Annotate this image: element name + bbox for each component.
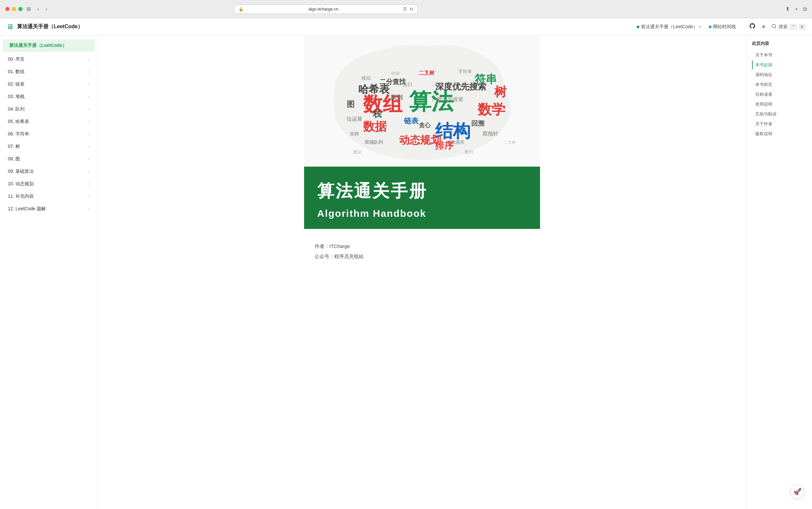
author-wechat: 公众号：程序员充电站 xyxy=(315,253,529,260)
sidebar-item-string[interactable]: 06. 字符串 › xyxy=(1,128,96,140)
address-bar: 🔒 algo.itcharge.cn ☰ ↻ xyxy=(234,5,418,14)
chevron-right-icon: › xyxy=(88,70,89,74)
toc-item-preface[interactable]: 本书前言 xyxy=(752,80,807,89)
book-title-cn: 算法通关手册 xyxy=(317,180,527,203)
nav-timeline-label: 网站时间线 xyxy=(713,24,736,30)
svg-text:回溯: 回溯 xyxy=(471,120,484,127)
search-button[interactable]: 搜索 ⌃ K xyxy=(771,24,806,30)
sidebar-item-supplement[interactable]: 11. 补充内容 › xyxy=(1,190,96,203)
app-bar: 🖥 算法通关手册（LeetCode） 算法通关手册（LeetCode） ▾ 网站… xyxy=(0,19,812,35)
svg-text:图: 图 xyxy=(347,100,355,108)
kbd-ctrl: ⌃ xyxy=(790,24,797,30)
sidebar-item-label: 06. 字符串 xyxy=(8,131,29,137)
svg-text:数学: 数学 xyxy=(477,102,505,117)
tab-overview-button[interactable]: ⧉ xyxy=(803,6,807,12)
nav-timeline[interactable]: 网站时间线 xyxy=(709,24,736,30)
share-button[interactable]: ⬆ xyxy=(785,6,790,12)
sidebar-item-hash[interactable]: 05. 哈希表 › xyxy=(1,115,96,128)
dot-green xyxy=(637,26,639,28)
sidebar-item-label: 11. 补充内容 xyxy=(8,194,34,199)
sidebar-item-label: 08. 图 xyxy=(8,156,20,162)
svg-text:数据库: 数据库 xyxy=(451,140,464,145)
svg-text:矩阵: 矩阵 xyxy=(350,131,359,136)
lock-icon: 🔒 xyxy=(238,7,244,11)
app-logo: 🖥 算法通关手册（LeetCode） xyxy=(6,23,83,31)
sidebar-item-tree[interactable]: 07. 树 › xyxy=(1,140,96,153)
sidebar-item-stack[interactable]: 03. 堆栈 › xyxy=(1,91,96,103)
browser-right-buttons: ⬆ + ⧉ xyxy=(785,6,807,12)
forward-button[interactable]: › xyxy=(44,5,48,13)
chevron-right-icon: › xyxy=(88,107,89,111)
sidebar-toggle-button[interactable]: ⊞ xyxy=(27,6,31,12)
reload-icon[interactable]: ↻ xyxy=(410,6,413,12)
toc-item-audience[interactable]: 目标读者 xyxy=(752,90,807,99)
back-button[interactable]: ‹ xyxy=(36,5,40,13)
author-section: 作者：ITCharge 公众号：程序员充电站 xyxy=(304,237,540,270)
app-bar-right: ☀ 搜索 ⌃ K xyxy=(749,23,806,31)
rocket-button[interactable]: 🚀 xyxy=(790,485,804,499)
sidebar-item-label: 09. 基础算法 xyxy=(8,169,34,174)
main-layout: 算法通关手册（LeetCode） 00. 序言 › 01. 数组 › 02. 链… xyxy=(0,35,812,509)
browser-chrome: ⊞ ‹ › 🔒 algo.itcharge.cn ☰ ↻ ⬆ + ⧉ xyxy=(0,0,812,19)
sidebar-item-linked-list[interactable]: 02. 链表 › xyxy=(1,78,96,91)
toc-item-license[interactable]: 版权说明 xyxy=(752,129,807,138)
sidebar-item-basic-algo[interactable]: 09. 基础算法 › xyxy=(1,165,96,178)
search-label: 搜索 xyxy=(779,24,788,30)
svg-text:模拟: 模拟 xyxy=(362,75,371,81)
svg-text:动态规划: 动态规划 xyxy=(399,134,441,146)
toc-item-usage[interactable]: 使用说明 xyxy=(752,100,807,109)
svg-text:双端队列: 双端队列 xyxy=(365,139,383,145)
svg-text:二分查找: 二分查找 xyxy=(379,78,406,85)
reader-view-icon[interactable]: ☰ xyxy=(403,6,407,11)
svg-text:数列: 数列 xyxy=(465,149,473,155)
sidebar-item-solutions[interactable]: 12. LeetCode 题解 › xyxy=(1,203,96,215)
svg-text:位运算: 位运算 xyxy=(347,116,362,122)
word-cloud: 算法 数组 结构 数据 数学 哈希表 深度优先搜索 树 符串 动态规划 排序 栈… xyxy=(304,35,540,167)
nav-handbook[interactable]: 算法通关手册（LeetCode） ▾ xyxy=(637,24,701,30)
sidebar-item-label: 12. LeetCode 题解 xyxy=(8,206,46,212)
sidebar-item-dp[interactable]: 10. 动态规划 › xyxy=(1,178,96,190)
toc-item-source[interactable]: 源码地址 xyxy=(752,70,807,79)
toc-item-origin[interactable]: 本书起因 xyxy=(752,60,807,70)
search-icon xyxy=(771,24,777,30)
minimize-button[interactable] xyxy=(12,7,16,11)
logo-icon: 🖥 xyxy=(6,23,14,31)
sidebar-item-label: 05. 哈希表 xyxy=(8,119,29,125)
svg-line-1 xyxy=(775,27,776,28)
svg-text:排序: 排序 xyxy=(435,140,454,150)
chevron-right-icon: › xyxy=(88,169,89,174)
svg-text:队列: 队列 xyxy=(391,94,403,101)
sidebar-item-queue[interactable]: 04. 队列 › xyxy=(1,103,96,115)
sidebar-item-label: 04. 队列 xyxy=(8,106,25,112)
sidebar-item-graph[interactable]: 08. 图 › xyxy=(1,153,96,165)
app-title: 算法通关手册（LeetCode） xyxy=(17,23,83,30)
book-banner: 算法通关手册 Algorithm Handbook xyxy=(304,167,540,229)
sidebar: 算法通关手册（LeetCode） 00. 序言 › 01. 数组 › 02. 链… xyxy=(0,35,98,509)
toc-item-author[interactable]: 关于作者 xyxy=(752,120,807,129)
chevron-right-icon: › xyxy=(88,95,89,99)
new-tab-button[interactable]: + xyxy=(795,6,798,12)
chevron-down-icon: ▾ xyxy=(699,25,701,29)
nav-handbook-label: 算法通关手册（LeetCode） xyxy=(641,24,698,30)
svg-text:双指针: 双指针 xyxy=(483,131,499,136)
svg-text:二叉树: 二叉树 xyxy=(419,70,435,76)
sidebar-item-array[interactable]: 01. 数组 › xyxy=(1,66,96,78)
app-nav: 算法通关手册（LeetCode） ▾ 网站时间线 xyxy=(637,24,736,30)
svg-text:数论: 数论 xyxy=(353,149,362,155)
toc-item-about[interactable]: 关于本书 xyxy=(752,50,807,60)
svg-text:贪心: 贪心 xyxy=(419,122,431,129)
close-button[interactable] xyxy=(5,7,9,11)
sidebar-header[interactable]: 算法通关手册（LeetCode） xyxy=(3,39,95,52)
theme-toggle-icon[interactable]: ☀ xyxy=(761,23,766,31)
author-name: 作者：ITCharge xyxy=(315,243,529,249)
svg-text:栈: 栈 xyxy=(373,109,382,119)
chevron-right-icon: › xyxy=(88,157,89,161)
fullscreen-button[interactable] xyxy=(19,7,23,11)
github-icon[interactable] xyxy=(749,23,755,31)
chevron-right-icon: › xyxy=(88,57,89,62)
word-cloud-svg: 算法 数组 结构 数据 数学 哈希表 深度优先搜索 树 符串 动态规划 排序 栈… xyxy=(304,35,540,167)
sidebar-item-preface[interactable]: 00. 序言 › xyxy=(1,53,96,66)
toc-item-feedback[interactable]: 互助与勘误 xyxy=(752,109,807,119)
book-title-en: Algorithm Handbook xyxy=(317,208,527,219)
chevron-right-icon: › xyxy=(88,144,89,149)
